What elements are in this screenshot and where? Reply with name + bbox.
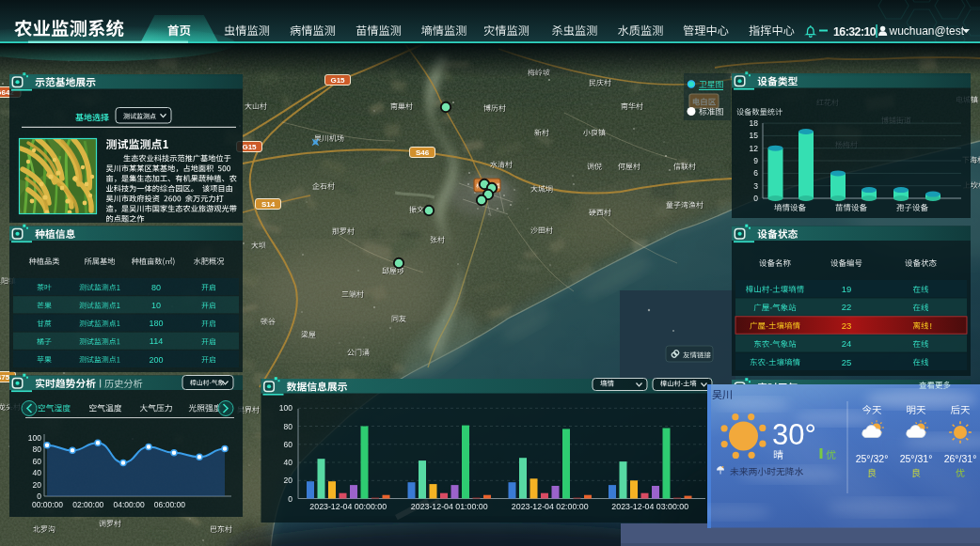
svg-text:40: 40	[284, 458, 293, 467]
svg-text:26°/31°: 26°/31°	[944, 453, 977, 464]
svg-text:10: 10	[151, 301, 161, 310]
svg-text:60: 60	[284, 440, 293, 449]
svg-text:22: 22	[842, 302, 852, 312]
svg-text:9: 9	[753, 156, 758, 165]
svg-text:40: 40	[33, 468, 42, 477]
svg-text:00:00:00: 00:00:00	[32, 500, 63, 509]
svg-text:!: !	[930, 321, 933, 331]
svg-text:2023-12-04 00:00:00: 2023-12-04 00:00:00	[309, 502, 387, 511]
svg-text:100: 100	[28, 433, 41, 443]
svg-text:25°/32°: 25°/32°	[856, 453, 889, 464]
svg-text:12: 12	[750, 144, 759, 153]
svg-text:20: 20	[284, 476, 293, 485]
svg-text:2023-12-04 03:00:00: 2023-12-04 03:00:00	[611, 502, 688, 511]
svg-text:80: 80	[33, 445, 42, 454]
svg-text:2023-12-04 02:00:00: 2023-12-04 02:00:00	[512, 502, 589, 511]
svg-text:180: 180	[149, 319, 163, 328]
svg-text:G15: G15	[330, 76, 345, 85]
svg-text:S46: S46	[416, 148, 430, 157]
svg-text:6: 6	[753, 168, 758, 178]
svg-text:3: 3	[753, 181, 758, 191]
svg-text:16:32:10: 16:32:10	[833, 25, 877, 39]
svg-text:80: 80	[151, 283, 161, 292]
svg-text:60: 60	[33, 457, 42, 466]
svg-text:0: 0	[753, 194, 758, 203]
svg-text:04:00:00: 04:00:00	[114, 500, 145, 509]
svg-text:23: 23	[842, 320, 852, 331]
svg-text:80: 80	[284, 422, 293, 431]
svg-text:S75: S75	[0, 373, 10, 382]
svg-text:02:00:00: 02:00:00	[72, 500, 103, 509]
svg-text:20: 20	[33, 480, 42, 490]
svg-text:06:00:00: 06:00:00	[154, 500, 185, 509]
svg-text:24: 24	[842, 338, 852, 349]
svg-text:wuchuan@test: wuchuan@test	[889, 24, 965, 38]
svg-text:18: 18	[750, 118, 759, 128]
svg-text:25: 25	[842, 357, 852, 367]
svg-text:2023-12-04 01:00:00: 2023-12-04 01:00:00	[411, 502, 488, 511]
svg-text:114: 114	[150, 336, 163, 346]
svg-text:G15: G15	[242, 143, 257, 151]
svg-text:19: 19	[842, 284, 852, 294]
svg-text:100: 100	[279, 403, 292, 413]
svg-text:0: 0	[288, 494, 292, 504]
svg-text:200: 200	[149, 355, 163, 365]
svg-text:S14: S14	[261, 200, 276, 209]
svg-text:15: 15	[750, 131, 759, 140]
svg-text:25°/31°: 25°/31°	[900, 453, 933, 464]
svg-text:30°: 30°	[772, 418, 816, 451]
